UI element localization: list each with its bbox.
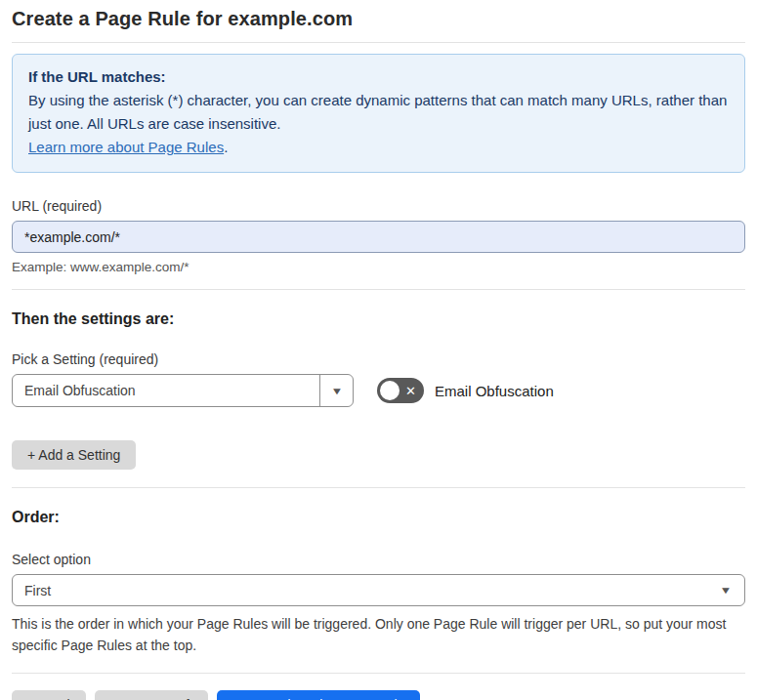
email-obfuscation-toggle[interactable]: ✕ xyxy=(377,378,424,403)
chevron-down-icon: ▼ xyxy=(720,585,733,596)
order-select-value: First xyxy=(24,583,721,598)
learn-more-link[interactable]: Learn more about Page Rules xyxy=(28,139,224,155)
settings-section-heading: Then the settings are: xyxy=(12,310,745,328)
url-input[interactable] xyxy=(12,221,745,253)
save-and-deploy-button[interactable]: Save and Deploy Page Rule xyxy=(217,690,420,700)
info-box-body: By using the asterisk (*) character, you… xyxy=(28,89,729,136)
page-title: Create a Page Rule for example.com xyxy=(12,8,745,42)
footer-divider xyxy=(12,673,745,674)
toggle-label: Email Obfuscation xyxy=(435,383,554,399)
link-period: . xyxy=(224,139,228,155)
title-divider xyxy=(12,42,745,43)
setting-select-arrow-button[interactable]: ▼ xyxy=(319,375,353,406)
url-matches-info-box: If the URL matches: By using the asteris… xyxy=(12,54,745,173)
settings-section-divider xyxy=(12,487,745,488)
order-select-label: Select option xyxy=(12,552,745,567)
info-box-link-line: Learn more about Page Rules. xyxy=(28,136,729,159)
order-section-heading: Order: xyxy=(12,509,745,526)
setting-select[interactable]: Email Obfuscation ▼ xyxy=(12,374,354,407)
add-setting-button[interactable]: + Add a Setting xyxy=(12,440,136,470)
toggle-off-x-icon: ✕ xyxy=(405,378,416,403)
cancel-button[interactable]: Cancel xyxy=(12,690,86,700)
order-help-text: This is the order in which your Page Rul… xyxy=(12,613,735,656)
footer-actions: Cancel Save as Draft Save and Deploy Pag… xyxy=(12,690,745,700)
url-example-hint: Example: www.example.com/* xyxy=(12,260,745,274)
info-box-heading: If the URL matches: xyxy=(28,65,729,89)
pick-setting-label: Pick a Setting (required) xyxy=(12,351,745,367)
save-as-draft-button[interactable]: Save as Draft xyxy=(95,690,209,700)
url-section-divider xyxy=(12,289,745,290)
url-field-label: URL (required) xyxy=(12,198,745,214)
toggle-knob xyxy=(380,381,400,400)
chevron-down-icon: ▼ xyxy=(330,386,343,396)
setting-row: Email Obfuscation ▼ ✕ Email Obfuscation xyxy=(12,374,745,407)
setting-select-value: Email Obfuscation xyxy=(13,383,319,398)
order-select[interactable]: First ▼ xyxy=(12,574,745,606)
create-page-rule-panel: Create a Page Rule for example.com If th… xyxy=(0,0,757,700)
